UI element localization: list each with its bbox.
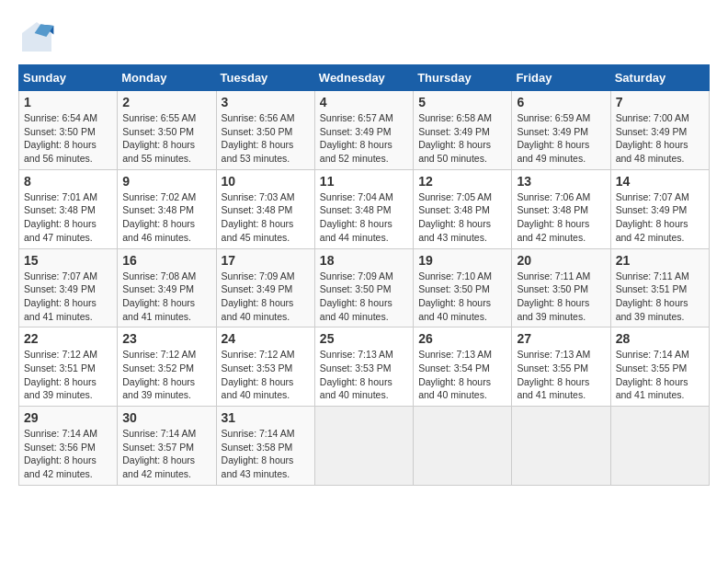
logo-icon (18, 18, 55, 55)
day-number: 11 (320, 174, 408, 189)
day-number: 31 (222, 410, 310, 425)
calendar-cell: 1Sunrise: 6:54 AMSunset: 3:50 PMDaylight… (19, 91, 118, 170)
calendar-cell: 17Sunrise: 7:09 AMSunset: 3:49 PMDayligh… (216, 248, 314, 327)
calendar-cell: 24Sunrise: 7:12 AMSunset: 3:53 PMDayligh… (216, 327, 314, 407)
calendar-cell: 11Sunrise: 7:04 AMSunset: 3:48 PMDayligh… (314, 169, 413, 248)
day-info: Sunrise: 7:14 AMSunset: 3:58 PMDaylight:… (222, 427, 310, 481)
calendar-cell: 23Sunrise: 7:12 AMSunset: 3:52 PMDayligh… (118, 327, 216, 407)
calendar-cell (610, 407, 709, 486)
weekday-header-row: SundayMondayTuesdayWednesdayThursdayFrid… (19, 65, 710, 91)
day-info: Sunrise: 7:05 AMSunset: 3:48 PMDaylight:… (418, 190, 506, 245)
calendar-cell: 2Sunrise: 6:55 AMSunset: 3:50 PMDaylight… (118, 91, 216, 170)
day-number: 15 (24, 253, 112, 268)
day-number: 5 (418, 95, 506, 109)
day-number: 6 (517, 95, 605, 109)
weekday-header-sunday: Sunday (19, 65, 118, 91)
calendar-cell (414, 407, 512, 486)
calendar-cell: 7Sunrise: 7:00 AMSunset: 3:49 PMDaylight… (610, 91, 709, 170)
calendar-table: SundayMondayTuesdayWednesdayThursdayFrid… (18, 64, 710, 486)
day-info: Sunrise: 7:01 AMSunset: 3:48 PMDaylight:… (24, 190, 112, 245)
day-info: Sunrise: 7:07 AMSunset: 3:49 PMDaylight:… (24, 270, 112, 324)
day-info: Sunrise: 7:03 AMSunset: 3:48 PMDaylight:… (222, 190, 310, 245)
day-info: Sunrise: 7:11 AMSunset: 3:51 PMDaylight:… (616, 270, 704, 324)
day-number: 30 (122, 410, 210, 425)
calendar-cell: 8Sunrise: 7:01 AMSunset: 3:48 PMDaylight… (19, 169, 118, 248)
calendar-cell: 30Sunrise: 7:14 AMSunset: 3:57 PMDayligh… (118, 407, 216, 486)
day-number: 23 (122, 331, 210, 346)
calendar-cell: 25Sunrise: 7:13 AMSunset: 3:53 PMDayligh… (314, 327, 413, 407)
calendar-cell: 10Sunrise: 7:03 AMSunset: 3:48 PMDayligh… (216, 169, 314, 248)
calendar-cell: 19Sunrise: 7:10 AMSunset: 3:50 PMDayligh… (414, 248, 512, 327)
calendar-cell: 21Sunrise: 7:11 AMSunset: 3:51 PMDayligh… (610, 248, 709, 327)
day-number: 22 (24, 331, 112, 346)
day-number: 13 (517, 174, 605, 189)
day-info: Sunrise: 7:04 AMSunset: 3:48 PMDaylight:… (320, 190, 408, 245)
day-info: Sunrise: 6:55 AMSunset: 3:50 PMDaylight:… (122, 111, 210, 166)
calendar-cell: 5Sunrise: 6:58 AMSunset: 3:49 PMDaylight… (414, 91, 512, 170)
day-number: 17 (222, 253, 310, 268)
calendar-cell: 27Sunrise: 7:13 AMSunset: 3:55 PMDayligh… (512, 327, 610, 407)
day-info: Sunrise: 7:14 AMSunset: 3:55 PMDaylight:… (616, 348, 704, 402)
day-number: 26 (418, 331, 506, 346)
day-number: 12 (418, 174, 506, 189)
day-info: Sunrise: 7:09 AMSunset: 3:49 PMDaylight:… (222, 270, 310, 324)
day-number: 10 (222, 174, 310, 189)
day-number: 1 (24, 95, 112, 109)
day-info: Sunrise: 7:06 AMSunset: 3:48 PMDaylight:… (517, 190, 605, 245)
day-info: Sunrise: 6:57 AMSunset: 3:49 PMDaylight:… (320, 111, 408, 166)
calendar-week-row: 8Sunrise: 7:01 AMSunset: 3:48 PMDaylight… (19, 169, 710, 248)
day-number: 28 (616, 331, 704, 346)
day-info: Sunrise: 7:02 AMSunset: 3:48 PMDaylight:… (122, 190, 210, 245)
day-info: Sunrise: 7:13 AMSunset: 3:54 PMDaylight:… (418, 348, 506, 402)
day-info: Sunrise: 6:59 AMSunset: 3:49 PMDaylight:… (517, 111, 605, 166)
calendar-cell: 12Sunrise: 7:05 AMSunset: 3:48 PMDayligh… (414, 169, 512, 248)
day-info: Sunrise: 7:13 AMSunset: 3:53 PMDaylight:… (320, 348, 408, 402)
day-number: 29 (24, 410, 112, 425)
day-info: Sunrise: 7:14 AMSunset: 3:56 PMDaylight:… (24, 427, 112, 481)
weekday-header-thursday: Thursday (414, 65, 512, 91)
calendar-cell: 6Sunrise: 6:59 AMSunset: 3:49 PMDaylight… (512, 91, 610, 170)
day-info: Sunrise: 7:12 AMSunset: 3:52 PMDaylight:… (122, 348, 210, 402)
day-number: 19 (418, 253, 506, 268)
calendar-cell: 28Sunrise: 7:14 AMSunset: 3:55 PMDayligh… (610, 327, 709, 407)
logo (18, 18, 59, 55)
day-info: Sunrise: 7:00 AMSunset: 3:49 PMDaylight:… (616, 111, 704, 166)
day-info: Sunrise: 7:12 AMSunset: 3:53 PMDaylight:… (222, 348, 310, 402)
calendar-cell: 15Sunrise: 7:07 AMSunset: 3:49 PMDayligh… (19, 248, 118, 327)
day-info: Sunrise: 7:11 AMSunset: 3:50 PMDaylight:… (517, 270, 605, 324)
day-number: 7 (616, 95, 704, 109)
calendar-cell: 14Sunrise: 7:07 AMSunset: 3:49 PMDayligh… (610, 169, 709, 248)
calendar-cell (314, 407, 413, 486)
header (18, 18, 710, 55)
day-number: 20 (517, 253, 605, 268)
calendar-week-row: 1Sunrise: 6:54 AMSunset: 3:50 PMDaylight… (19, 91, 710, 170)
day-number: 9 (122, 174, 210, 189)
day-number: 21 (616, 253, 704, 268)
weekday-header-saturday: Saturday (610, 65, 709, 91)
calendar-cell: 9Sunrise: 7:02 AMSunset: 3:48 PMDaylight… (118, 169, 216, 248)
calendar-cell: 31Sunrise: 7:14 AMSunset: 3:58 PMDayligh… (216, 407, 314, 486)
calendar-cell: 20Sunrise: 7:11 AMSunset: 3:50 PMDayligh… (512, 248, 610, 327)
day-info: Sunrise: 6:54 AMSunset: 3:50 PMDaylight:… (24, 111, 112, 166)
day-number: 3 (222, 95, 310, 109)
calendar-week-row: 15Sunrise: 7:07 AMSunset: 3:49 PMDayligh… (19, 248, 710, 327)
weekday-header-friday: Friday (512, 65, 610, 91)
day-info: Sunrise: 7:12 AMSunset: 3:51 PMDaylight:… (24, 348, 112, 402)
day-number: 14 (616, 174, 704, 189)
day-number: 4 (320, 95, 408, 109)
calendar-week-row: 22Sunrise: 7:12 AMSunset: 3:51 PMDayligh… (19, 327, 710, 407)
calendar-cell: 13Sunrise: 7:06 AMSunset: 3:48 PMDayligh… (512, 169, 610, 248)
day-info: Sunrise: 6:56 AMSunset: 3:50 PMDaylight:… (222, 111, 310, 166)
day-number: 16 (122, 253, 210, 268)
day-number: 2 (122, 95, 210, 109)
calendar-cell: 18Sunrise: 7:09 AMSunset: 3:50 PMDayligh… (314, 248, 413, 327)
day-number: 18 (320, 253, 408, 268)
weekday-header-tuesday: Tuesday (216, 65, 314, 91)
day-info: Sunrise: 7:14 AMSunset: 3:57 PMDaylight:… (122, 427, 210, 481)
weekday-header-wednesday: Wednesday (314, 65, 413, 91)
calendar-week-row: 29Sunrise: 7:14 AMSunset: 3:56 PMDayligh… (19, 407, 710, 486)
calendar-cell: 4Sunrise: 6:57 AMSunset: 3:49 PMDaylight… (314, 91, 413, 170)
day-info: Sunrise: 6:58 AMSunset: 3:49 PMDaylight:… (418, 111, 506, 166)
day-number: 27 (517, 331, 605, 346)
day-number: 25 (320, 331, 408, 346)
